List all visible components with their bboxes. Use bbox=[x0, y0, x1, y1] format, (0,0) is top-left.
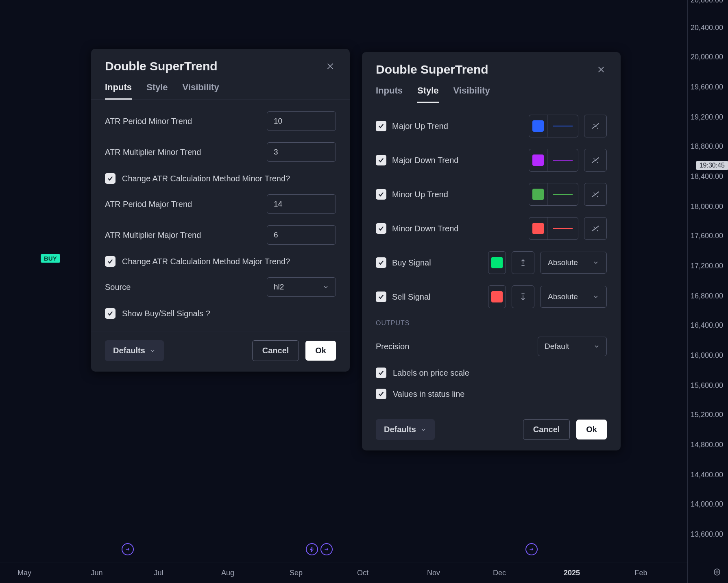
color-line-major-down[interactable] bbox=[529, 149, 578, 172]
time-axis[interactable]: May Jun Jul Aug Sep Oct Nov Dec 2025 Feb bbox=[0, 563, 687, 583]
shape-buy-signal[interactable] bbox=[512, 251, 534, 274]
price-line-toggle-major-down[interactable] bbox=[584, 149, 607, 172]
dialog-title: Double SuperTrend bbox=[105, 59, 218, 73]
color-swatch-major-up bbox=[532, 120, 544, 132]
price-tick: 14,000.00 bbox=[691, 500, 723, 509]
price-line-toggle-minor-up[interactable] bbox=[584, 183, 607, 206]
defaults-label: Defaults bbox=[384, 425, 416, 434]
time-tick: Feb bbox=[634, 569, 647, 577]
tab-visibility[interactable]: Visibility bbox=[183, 82, 219, 100]
input-atr-mult-minor[interactable] bbox=[267, 142, 336, 162]
label-minor-down: Minor Down Trend bbox=[392, 224, 523, 233]
sell-location-value: Absolute bbox=[548, 292, 578, 301]
price-line-toggle-major-up[interactable] bbox=[584, 115, 607, 137]
checkbox-major-down[interactable] bbox=[376, 155, 386, 165]
tab-style[interactable]: Style bbox=[417, 85, 439, 103]
checkbox-change-atr-major[interactable] bbox=[105, 256, 116, 267]
line-style-minor-down[interactable] bbox=[547, 218, 578, 239]
defaults-label: Defaults bbox=[113, 346, 145, 355]
checkbox-show-buy-sell[interactable] bbox=[105, 308, 116, 319]
line-style-minor-up[interactable] bbox=[547, 183, 578, 205]
select-source[interactable]: hl2 bbox=[267, 277, 336, 297]
cycle-icon-2[interactable] bbox=[320, 543, 333, 555]
settings-dialog-style: Double SuperTrend Inputs Style Visibilit… bbox=[362, 52, 621, 450]
svg-marker-0 bbox=[715, 569, 720, 576]
label-atr-mult-minor: ATR Multiplier Minor Trend bbox=[105, 148, 267, 157]
checkbox-labels-price-scale[interactable] bbox=[376, 368, 386, 378]
label-atr-period-major: ATR Period Major Trend bbox=[105, 200, 267, 209]
checkbox-values-status-line[interactable] bbox=[376, 389, 386, 399]
price-tick: 20,400.00 bbox=[691, 24, 723, 32]
color-buy-signal[interactable] bbox=[488, 251, 506, 274]
price-tick: 20,800.00 bbox=[691, 0, 723, 4]
checkbox-sell-signal[interactable] bbox=[376, 292, 386, 302]
label-show-buy-sell: Show Buy/Sell Signals ? bbox=[122, 309, 210, 318]
checkbox-minor-down[interactable] bbox=[376, 223, 386, 234]
time-tick: Dec bbox=[493, 569, 506, 577]
input-atr-period-minor[interactable] bbox=[267, 111, 336, 131]
tab-inputs[interactable]: Inputs bbox=[105, 82, 132, 100]
input-atr-period-major[interactable] bbox=[267, 194, 336, 214]
time-tick: Jun bbox=[91, 569, 102, 577]
time-tick: May bbox=[17, 569, 31, 577]
dialog-tabs: Inputs Style Visibility bbox=[91, 76, 350, 100]
color-line-major-up[interactable] bbox=[529, 115, 578, 137]
time-tick: Oct bbox=[357, 569, 368, 577]
defaults-button[interactable]: Defaults bbox=[376, 419, 435, 440]
price-tick: 17,200.00 bbox=[691, 262, 723, 270]
line-style-major-up[interactable] bbox=[547, 115, 578, 137]
color-swatch-major-down bbox=[532, 154, 544, 166]
buy-signal-label: BUY bbox=[41, 254, 60, 263]
price-tick: 19,600.00 bbox=[691, 83, 723, 91]
select-sell-location[interactable]: Absolute bbox=[540, 286, 607, 308]
ok-button[interactable]: Ok bbox=[576, 420, 607, 439]
outputs-header: OUTPUTS bbox=[376, 320, 607, 327]
time-tick: Nov bbox=[427, 569, 440, 577]
input-atr-mult-major[interactable] bbox=[267, 225, 336, 245]
defaults-button[interactable]: Defaults bbox=[105, 340, 164, 361]
label-sell-signal: Sell Signal bbox=[392, 292, 482, 302]
cancel-button[interactable]: Cancel bbox=[523, 419, 570, 440]
price-tick: 20,000.00 bbox=[691, 53, 723, 61]
price-tick: 16,000.00 bbox=[691, 351, 723, 360]
checkbox-buy-signal[interactable] bbox=[376, 257, 386, 268]
price-axis[interactable]: 20,800.00 20,400.00 20,000.00 19,600.00 … bbox=[687, 0, 728, 583]
checkbox-change-atr-minor[interactable] bbox=[105, 173, 116, 184]
line-style-major-down[interactable] bbox=[547, 149, 578, 171]
checkbox-minor-up[interactable] bbox=[376, 189, 386, 200]
price-line-toggle-minor-down[interactable] bbox=[584, 217, 607, 240]
cancel-button[interactable]: Cancel bbox=[252, 340, 299, 361]
price-tick: 18,800.00 bbox=[691, 142, 723, 151]
shape-sell-signal[interactable] bbox=[512, 285, 534, 308]
time-tick: Jul bbox=[154, 569, 163, 577]
buy-location-value: Absolute bbox=[548, 258, 578, 267]
close-icon[interactable] bbox=[595, 64, 607, 75]
dialog-tabs: Inputs Style Visibility bbox=[362, 80, 621, 103]
ok-button[interactable]: Ok bbox=[305, 341, 336, 361]
price-tick: 15,200.00 bbox=[691, 411, 723, 419]
color-line-minor-down[interactable] bbox=[529, 217, 578, 240]
label-atr-period-minor: ATR Period Minor Trend bbox=[105, 117, 267, 126]
color-swatch-minor-down bbox=[532, 223, 544, 234]
checkbox-major-up[interactable] bbox=[376, 121, 386, 131]
tab-style[interactable]: Style bbox=[146, 82, 168, 100]
select-buy-location[interactable]: Absolute bbox=[540, 252, 607, 274]
cycle-icon-3[interactable] bbox=[525, 543, 538, 555]
price-tick: 18,400.00 bbox=[691, 172, 723, 181]
color-line-minor-up[interactable] bbox=[529, 183, 578, 206]
tab-visibility[interactable]: Visibility bbox=[453, 85, 490, 103]
price-tick: 15,600.00 bbox=[691, 381, 723, 390]
svg-point-1 bbox=[716, 571, 718, 573]
close-icon[interactable] bbox=[325, 61, 336, 72]
price-tick: 17,600.00 bbox=[691, 232, 723, 240]
flash-icon[interactable] bbox=[306, 543, 318, 555]
color-sell-signal[interactable] bbox=[488, 285, 506, 308]
dialog-title: Double SuperTrend bbox=[376, 63, 488, 76]
axis-settings-icon[interactable] bbox=[713, 568, 723, 578]
cycle-icon[interactable] bbox=[122, 543, 134, 555]
price-tick: 16,400.00 bbox=[691, 321, 723, 330]
select-precision[interactable]: Default bbox=[538, 337, 607, 356]
price-tick: 14,400.00 bbox=[691, 471, 723, 479]
time-tick: Aug bbox=[221, 569, 234, 577]
tab-inputs[interactable]: Inputs bbox=[376, 85, 403, 103]
